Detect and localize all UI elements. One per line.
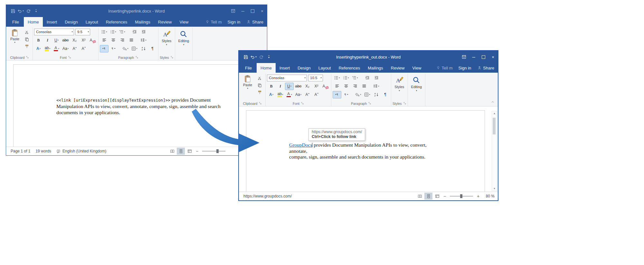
- ribbon-display-options-button[interactable]: [228, 5, 238, 17]
- show-paragraph-marks-button[interactable]: ¶: [148, 45, 157, 52]
- format-painter-button[interactable]: [23, 43, 31, 50]
- minimize-button[interactable]: ─: [469, 51, 478, 63]
- editing-button[interactable]: Editing ▾: [409, 75, 424, 92]
- customize-qat-button[interactable]: ▾: [265, 53, 272, 61]
- ltr-direction-button[interactable]: [333, 91, 341, 98]
- tab-view[interactable]: View: [408, 63, 425, 73]
- format-painter-button[interactable]: [255, 89, 264, 96]
- bold-button[interactable]: B: [267, 83, 276, 90]
- shading-button[interactable]: ▾: [121, 45, 130, 52]
- redo-button[interactable]: [25, 7, 32, 15]
- share-button[interactable]: Share: [474, 66, 498, 70]
- tab-home[interactable]: Home: [257, 63, 276, 73]
- customize-qat-button[interactable]: ▾: [33, 7, 40, 15]
- borders-button[interactable]: ▾: [363, 91, 372, 98]
- font-dialog-launcher[interactable]: [68, 56, 71, 59]
- tab-file[interactable]: File: [7, 17, 24, 27]
- subscript-button[interactable]: X₂: [303, 83, 312, 90]
- document-area[interactable]: https://www.groupdocs.com/ Ctrl+Click to…: [239, 106, 498, 192]
- title-bar[interactable]: ▾ ▾ Insertinghyperlink_out.docx - Word ─…: [239, 51, 498, 63]
- tab-insert[interactable]: Insert: [276, 63, 294, 73]
- zoom-slider-handle[interactable]: [460, 194, 462, 198]
- font-name-select[interactable]: Consolas▾: [267, 75, 307, 81]
- redo-button[interactable]: [258, 53, 265, 61]
- tab-design[interactable]: Design: [294, 63, 314, 73]
- clear-formatting-button[interactable]: A: [321, 83, 330, 90]
- save-button[interactable]: [242, 53, 249, 61]
- line-spacing-button[interactable]: ▾: [139, 37, 148, 44]
- numbering-button[interactable]: ▾: [342, 74, 350, 82]
- superscript-button[interactable]: X²: [79, 37, 88, 44]
- multilevel-list-button[interactable]: ▾: [118, 28, 127, 36]
- font-name-select[interactable]: Consolas▾: [34, 29, 74, 35]
- scrollbar-thumb[interactable]: [493, 118, 496, 134]
- tab-review[interactable]: Review: [387, 63, 409, 73]
- groupdocs-hyperlink[interactable]: GroupDocs: [289, 142, 312, 148]
- show-paragraph-marks-button[interactable]: ¶: [381, 91, 390, 98]
- decrease-indent-button[interactable]: [130, 28, 139, 36]
- share-button[interactable]: Share: [243, 20, 267, 24]
- save-button[interactable]: [9, 7, 16, 15]
- subscript-button[interactable]: X₂: [70, 37, 79, 44]
- undo-button[interactable]: ▾: [17, 7, 24, 15]
- tab-file[interactable]: File: [240, 63, 257, 73]
- document-page[interactable]: https://www.groupdocs.com/ Ctrl+Click to…: [246, 110, 485, 192]
- grow-font-button[interactable]: A▴: [303, 91, 312, 98]
- tab-design[interactable]: Design: [61, 17, 81, 27]
- font-dialog-launcher[interactable]: [301, 102, 304, 105]
- shrink-font-button[interactable]: A▾: [79, 45, 88, 52]
- tab-home[interactable]: Home: [24, 17, 43, 27]
- tab-layout[interactable]: Layout: [82, 17, 102, 27]
- tab-mailings[interactable]: Mailings: [364, 63, 387, 73]
- editing-button[interactable]: Editing ▾: [176, 29, 191, 46]
- numbering-button[interactable]: ▾: [109, 28, 118, 36]
- zoom-level[interactable]: 80 %: [482, 194, 496, 198]
- align-right-button[interactable]: [118, 37, 127, 44]
- ribbon-display-options-button[interactable]: [459, 51, 469, 63]
- scroll-down-button[interactable]: ▼: [493, 187, 496, 190]
- close-button[interactable]: ×: [257, 5, 267, 17]
- styles-button[interactable]: Styles ▾: [160, 29, 173, 46]
- font-color-button[interactable]: A▾: [285, 91, 294, 98]
- justify-button[interactable]: [360, 83, 368, 90]
- tell-me-box[interactable]: Tell m: [433, 66, 456, 70]
- font-size-select[interactable]: 9.5▾: [75, 29, 90, 35]
- strikethrough-button[interactable]: abe: [61, 37, 70, 44]
- tell-me-box[interactable]: Tell m: [203, 20, 225, 24]
- clipboard-dialog-launcher[interactable]: [26, 56, 29, 59]
- read-mode-button[interactable]: [168, 148, 176, 155]
- language-indicator[interactable]: English (United Kingdom): [54, 149, 109, 153]
- sort-button[interactable]: [372, 91, 381, 98]
- vertical-scrollbar[interactable]: ▲ ▼: [492, 111, 497, 191]
- grow-font-button[interactable]: A▴: [70, 45, 79, 52]
- word-count[interactable]: 19 words: [33, 149, 54, 153]
- underline-button[interactable]: U▾: [285, 83, 294, 90]
- align-left-button[interactable]: [100, 37, 109, 44]
- increase-indent-button[interactable]: [372, 74, 381, 82]
- undo-button[interactable]: ▾: [250, 53, 257, 61]
- cut-button[interactable]: [255, 75, 264, 81]
- align-right-button[interactable]: [351, 83, 359, 90]
- change-case-button[interactable]: Aa▾: [294, 91, 303, 98]
- maximize-button[interactable]: [478, 51, 488, 63]
- close-button[interactable]: ×: [488, 51, 498, 63]
- zoom-out-button[interactable]: −: [442, 194, 448, 199]
- rtl-direction-button[interactable]: [342, 91, 350, 98]
- paragraph-dialog-launcher[interactable]: [136, 56, 138, 59]
- read-mode-button[interactable]: [416, 193, 424, 200]
- page-indicator[interactable]: Page 1 of 1: [8, 149, 33, 153]
- zoom-slider[interactable]: [450, 196, 473, 196]
- zoom-in-button[interactable]: +: [475, 194, 481, 199]
- tab-insert[interactable]: Insert: [43, 17, 61, 27]
- highlight-color-button[interactable]: ab▾: [276, 91, 285, 98]
- maximize-button[interactable]: [248, 5, 257, 17]
- bold-button[interactable]: B: [34, 37, 43, 44]
- superscript-button[interactable]: X²: [312, 83, 321, 90]
- styles-dialog-launcher[interactable]: [403, 102, 406, 105]
- paste-button[interactable]: Paste ▾: [241, 74, 254, 101]
- collapse-ribbon-button[interactable]: [491, 99, 495, 105]
- multilevel-list-button[interactable]: ▾: [351, 74, 359, 82]
- tab-layout[interactable]: Layout: [315, 63, 335, 73]
- tab-review[interactable]: Review: [154, 17, 176, 27]
- increase-indent-button[interactable]: [139, 28, 148, 36]
